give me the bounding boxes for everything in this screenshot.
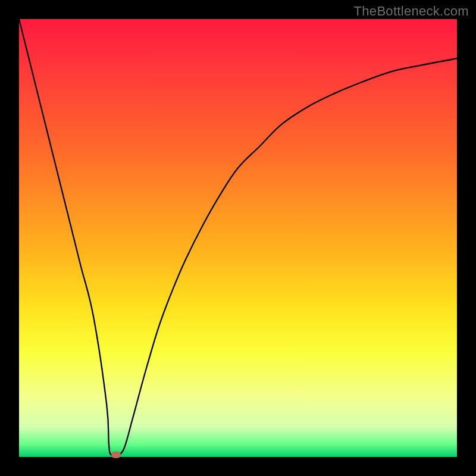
chart-frame: TheBottleneck.com [0, 0, 476, 476]
optimum-marker [111, 452, 121, 458]
curve-path [19, 19, 457, 456]
plot-area [19, 19, 457, 457]
watermark-text: TheBottleneck.com [354, 4, 469, 19]
bottleneck-curve [19, 19, 457, 457]
